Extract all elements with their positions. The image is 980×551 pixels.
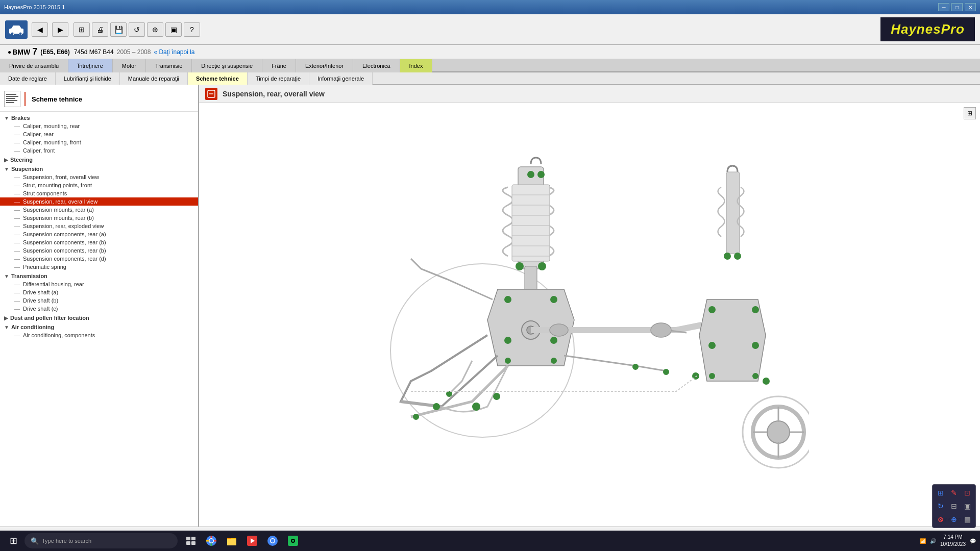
section-ac-label: Air conditioning xyxy=(11,324,54,330)
svg-point-69 xyxy=(271,539,275,543)
car-engine: 745d M67 B44 xyxy=(74,48,114,56)
back-link[interactable]: « Daţi înapoi la xyxy=(154,48,194,56)
svg-point-27 xyxy=(551,358,557,364)
tab-transmisie[interactable]: Transmisie xyxy=(146,59,192,72)
section-brakes-header[interactable]: ▼ Brakes xyxy=(0,114,198,122)
toolbar-grid-button[interactable]: ⊞ xyxy=(74,22,90,37)
taskbar-right: 📶 🔊 7:14 PM 10/19/2023 💬 xyxy=(920,534,976,548)
section-suspension-header[interactable]: ▼ Suspension xyxy=(0,165,198,173)
tree-item-susp-rear-exploded[interactable]: —Suspension, rear, exploded view xyxy=(0,222,198,230)
toolbar-refresh-button[interactable]: ↺ xyxy=(129,22,145,37)
taskbar-taskview[interactable] xyxy=(182,532,200,550)
toolbar-back-button[interactable]: ◀ xyxy=(32,22,48,37)
subtab-manuale[interactable]: Manuale de reparaţii xyxy=(120,72,188,85)
section-transmission-header[interactable]: ▼ Transmission xyxy=(0,272,198,280)
tree-item-caliper-mounting-rear[interactable]: —Caliper, mounting, rear xyxy=(0,122,198,130)
svg-point-28 xyxy=(651,323,671,337)
tree-item-susp-mounts-rear-b[interactable]: —Suspension mounts, rear (b) xyxy=(0,214,198,222)
taskbar-chrome[interactable] xyxy=(202,532,220,550)
svg-point-46 xyxy=(752,373,758,379)
svg-point-62 xyxy=(210,539,213,543)
svg-rect-32 xyxy=(726,172,740,254)
tray-icon-1[interactable]: ⊞ xyxy=(935,487,947,499)
subtab-scheme[interactable]: Scheme tehnice xyxy=(188,72,248,85)
tray-icon-2[interactable]: ✎ xyxy=(948,487,960,499)
tree-item-strut-components[interactable]: —Strut components xyxy=(0,189,198,197)
tab-frane[interactable]: Frâne xyxy=(262,59,296,72)
tree-item-drive-shaft-c[interactable]: —Drive shaft (c) xyxy=(0,305,198,313)
tab-intretinere[interactable]: Întreţinere xyxy=(68,59,113,72)
tree-item-caliper-mounting-front[interactable]: —Caliper, mounting, front xyxy=(0,138,198,146)
tray-icon-4[interactable]: ↻ xyxy=(935,500,947,512)
tray-icon-7[interactable]: ⊗ xyxy=(935,513,947,525)
svg-point-42 xyxy=(752,306,759,313)
subtab-timpi[interactable]: Timpi de reparaţie xyxy=(248,72,309,85)
svg-point-29 xyxy=(550,324,568,336)
maximize-button[interactable]: □ xyxy=(951,3,963,11)
tree-item-susp-components-rear-d[interactable]: —Suspension components, rear (d) xyxy=(0,255,198,263)
section-steering-header[interactable]: ▶ Steering xyxy=(0,156,198,164)
section-ac-header[interactable]: ▼ Air conditioning xyxy=(0,323,198,331)
svg-point-55 xyxy=(493,393,500,400)
tab-exterior[interactable]: Exterior/Interior xyxy=(296,59,353,72)
svg-point-16 xyxy=(516,262,524,270)
toolbar-help-button[interactable]: ? xyxy=(184,22,200,37)
svg-point-31 xyxy=(663,369,669,375)
taskbar-browser2[interactable] xyxy=(263,532,282,550)
svg-point-43 xyxy=(708,342,716,349)
tray-icon-8[interactable]: ⊕ xyxy=(948,513,960,525)
tab-electronica[interactable]: Electronică xyxy=(353,59,400,72)
taskbar-fileexplorer[interactable] xyxy=(223,532,241,550)
tab-directie[interactable]: Direcţie şi suspensie xyxy=(192,59,262,72)
svg-point-41 xyxy=(708,306,716,313)
car-info-bar: ● BMW 7 (E65, E66) 745d M67 B44 2005 – 2… xyxy=(0,45,980,59)
tree-item-susp-mounts-rear-a[interactable]: —Suspension mounts, rear (a) xyxy=(0,206,198,214)
toolbar-copy-button[interactable]: ⊕ xyxy=(147,22,163,37)
title-bar: HaynesPro 2015-2015.1 ─ □ ✕ xyxy=(0,0,980,14)
svg-rect-64 xyxy=(227,539,236,545)
tray-icon-3[interactable]: ⊡ xyxy=(961,487,973,499)
tab-index[interactable]: Index xyxy=(400,59,433,72)
expand-steering-icon: ▶ xyxy=(4,157,8,163)
tree-item-susp-components-rear-b1[interactable]: —Suspension components, rear (b) xyxy=(0,238,198,246)
svg-point-48 xyxy=(413,414,419,420)
section-transmission: ▼ Transmission —Differential housing, re… xyxy=(0,272,198,313)
close-button[interactable]: ✕ xyxy=(965,3,976,11)
tree-item-strut-mounting[interactable]: —Strut, mounting points, front xyxy=(0,181,198,189)
section-brakes: ▼ Brakes —Caliper, mounting, rear —Calip… xyxy=(0,114,198,155)
tree-item-differential[interactable]: —Differential housing, rear xyxy=(0,280,198,288)
minimize-button[interactable]: ─ xyxy=(938,3,949,11)
taskbar-streaming[interactable] xyxy=(284,532,302,550)
subtab-date[interactable]: Date de reglare xyxy=(0,72,56,85)
tray-icon-6[interactable]: ▣ xyxy=(961,500,973,512)
toolbar-settings-button[interactable]: ▣ xyxy=(165,22,182,37)
tab-motor[interactable]: Motor xyxy=(113,59,146,72)
tree-item-drive-shaft-b[interactable]: —Drive shaft (b) xyxy=(0,296,198,305)
tree-item-susp-front-overall[interactable]: —Suspension, front, overall view xyxy=(0,173,198,181)
tree-item-ac-components[interactable]: —Air conditioning, components xyxy=(0,331,198,339)
expand-diagram-button[interactable]: ⊞ xyxy=(964,107,976,119)
tree-item-drive-shaft-a[interactable]: —Drive shaft (a) xyxy=(0,288,198,296)
tray-icon-5[interactable]: ⊟ xyxy=(948,500,960,512)
search-bar[interactable]: 🔍 Type here to search xyxy=(24,533,178,548)
start-button[interactable]: ⊞ xyxy=(4,532,22,550)
section-dust-header[interactable]: ▶ Dust and pollen filter location xyxy=(0,314,198,322)
subtab-informatii[interactable]: Informaţii generale xyxy=(309,72,373,85)
svg-point-14 xyxy=(537,171,545,178)
section-dust-label: Dust and pollen filter location xyxy=(10,315,89,321)
toolbar-print-button[interactable]: 🖨 xyxy=(92,22,108,37)
tree-item-susp-components-rear-b2[interactable]: —Suspension components, rear (b) xyxy=(0,246,198,255)
notification-icon[interactable]: 💬 xyxy=(970,538,976,544)
tree-item-susp-rear-overall[interactable]: —Suspension, rear, overall view xyxy=(0,197,198,206)
tray-icon-9[interactable]: ▦ xyxy=(961,513,973,525)
tree-item-pneumatic-spring[interactable]: —Pneumatic spring xyxy=(0,263,198,271)
toolbar-save-button[interactable]: 💾 xyxy=(110,22,127,37)
tree-item-caliper-rear[interactable]: —Caliper, rear xyxy=(0,130,198,138)
subtab-lubrifianti[interactable]: Lubrifianţi şi lichide xyxy=(56,72,120,85)
svg-point-25 xyxy=(550,337,557,344)
tree-item-caliper-front[interactable]: —Caliper, front xyxy=(0,146,198,155)
tree-item-susp-components-rear-a[interactable]: —Suspension components, rear (a) xyxy=(0,230,198,238)
toolbar-fwd-button[interactable]: ▶ xyxy=(52,22,68,37)
taskbar-media[interactable] xyxy=(243,532,261,550)
tab-privire[interactable]: Privire de ansamblu xyxy=(0,59,68,72)
